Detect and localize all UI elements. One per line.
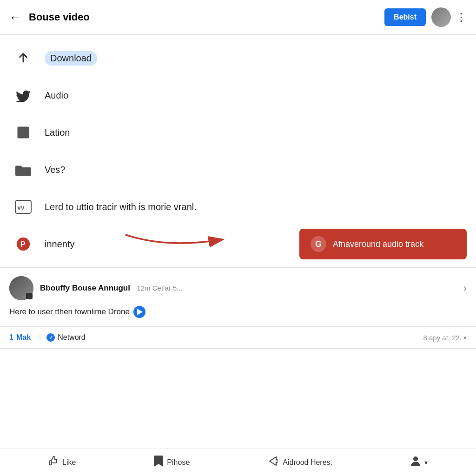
comment-section: Bbouffy Bouse Annugul 12m Cetlar 5... › … (0, 268, 476, 327)
svg-rect-2 (15, 167, 31, 175)
menu-label-ves: Ves? (45, 165, 65, 175)
comment-time: 12m Cetlar 5... (137, 284, 182, 292)
netword-label: Netword (58, 333, 86, 342)
bookmark-icon (154, 456, 163, 469)
comment-body: Here to user tthen fownlime Drone (9, 307, 130, 317)
play-triangle-icon (137, 309, 143, 315)
header: ← Bouse video Bebist ⋮ (0, 0, 476, 35)
comment-author-name: Bbouffy Bouse Annugul (40, 284, 130, 292)
like-icon (48, 456, 59, 469)
red-button-label: Afnaveround audio track (333, 239, 423, 249)
verified-icon: ✓ (46, 333, 55, 342)
menu-label-lation: Lation (45, 127, 70, 138)
arrow-annotation (121, 225, 270, 253)
shield-icon: P (13, 234, 33, 254)
pihose-button[interactable]: Pihose (154, 456, 190, 469)
background-audio-button[interactable]: G Afnaveround audio track (299, 229, 467, 259)
list-item[interactable]: Download (0, 40, 476, 77)
dropdown-icon[interactable]: ▾ (463, 334, 467, 341)
menu-label-innenty: innenty (45, 239, 75, 250)
svg-point-9 (413, 456, 418, 461)
comment-meta: Bbouffy Bouse Annugul 12m Cetlar 5... (40, 284, 463, 293)
svg-rect-1 (18, 127, 29, 139)
bebist-button[interactable]: Bebist (384, 8, 426, 26)
menu-list: Download Audio Lation Ves? (0, 35, 476, 268)
netword-item: ✓ Netword (46, 333, 86, 342)
list-item[interactable]: P innenty G Afnaveround audio track (0, 225, 476, 263)
aidrood-button[interactable]: Aidrood Heres. (268, 456, 332, 469)
comment-expand-icon[interactable]: › (463, 282, 467, 294)
menu-label-audio: Audio (45, 90, 68, 101)
pihose-label: Pihose (167, 458, 190, 467)
avatar-badge (26, 293, 33, 299)
dropdown-chevron-icon[interactable]: ▾ (424, 459, 428, 466)
avatar[interactable] (431, 7, 451, 27)
comment-text: Here to user tthen fownlime Drone (9, 306, 467, 318)
arrow-up-icon (13, 48, 33, 68)
stats-row: 1 Mak | ✓ Netword 8 apy at, 22. ▾ (0, 327, 476, 349)
play-button[interactable] (133, 306, 145, 318)
square-icon (13, 122, 33, 143)
mak-label: Mak (16, 333, 31, 342)
stats-date[interactable]: 8 apy at, 22. ▾ (423, 334, 467, 342)
menu-label-download: Download (45, 51, 97, 66)
comment-avatar (9, 276, 33, 300)
audio-app-icon: G (311, 236, 326, 252)
comment-header: Bbouffy Bouse Annugul 12m Cetlar 5... › (9, 276, 467, 300)
share-icon (268, 456, 279, 469)
vv-box-icon: vv (13, 197, 33, 217)
svg-text:P: P (20, 240, 26, 248)
like-label: Like (62, 458, 76, 467)
person-icon (410, 456, 421, 469)
like-button[interactable]: Like (48, 456, 76, 469)
more-options-icon[interactable]: ⋮ (456, 11, 467, 24)
mak-count: 1 (9, 333, 13, 342)
profile-button[interactable]: ▾ (410, 456, 428, 469)
list-item[interactable]: Lation (0, 114, 476, 151)
list-item[interactable]: Ves? (0, 151, 476, 188)
stats-divider: | (39, 333, 41, 342)
folder-icon (13, 159, 33, 180)
date-text: 8 apy at, 22. (423, 334, 462, 342)
page-title: Bouse video (29, 11, 384, 23)
back-button[interactable]: ← (9, 10, 21, 25)
twitter-icon (13, 85, 33, 106)
list-item[interactable]: Audio (0, 77, 476, 114)
aidrood-label: Aidrood Heres. (283, 458, 332, 467)
list-item[interactable]: vv Lerd to uttio tracir with is morie vr… (0, 188, 476, 225)
bottom-bar: Like Pihose Aidrood Heres. ▾ (0, 449, 476, 476)
menu-label-lerd: Lerd to uttio tracir with is morie vranl… (45, 202, 197, 212)
svg-text:vv: vv (17, 204, 25, 211)
